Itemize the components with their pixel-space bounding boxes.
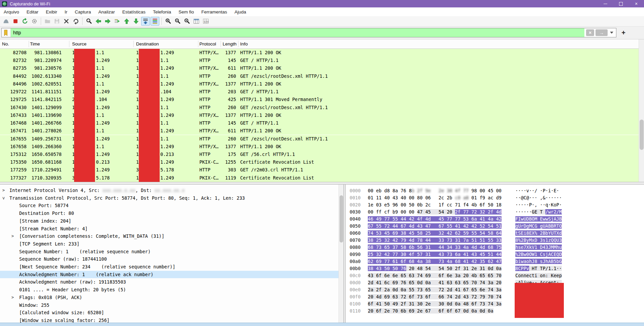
column-header-length[interactable]: Length bbox=[223, 39, 238, 48]
menu-ferramentas[interactable]: Ferramentas bbox=[198, 9, 231, 14]
packet-row-175312[interactable]: 1753121650.65057811.24910.213HTTP175GET … bbox=[0, 151, 639, 158]
detail-line[interactable]: Acknowledgment Number: 1 (relative ack n… bbox=[0, 271, 339, 279]
packet-row-82732[interactable]: 82732981.22097411.24911.1HTTP145GET / HT… bbox=[0, 57, 639, 64]
open-file-icon[interactable] bbox=[43, 17, 52, 26]
zoom-in-icon[interactable] bbox=[164, 17, 172, 26]
detail-line[interactable]: [Stream Packet Number: 4] bbox=[0, 225, 339, 233]
detail-line[interactable]: >Flags: 0x018 (PSH, ACK) bbox=[0, 294, 339, 301]
colorize-icon[interactable] bbox=[151, 17, 159, 26]
hex-ascii-right[interactable]: CsjACEQD bbox=[540, 251, 562, 258]
display-filter-input[interactable]: http bbox=[11, 28, 584, 37]
close-button[interactable]: × bbox=[629, 0, 644, 7]
detail-line[interactable]: >[Conversation completeness: Complete, W… bbox=[0, 232, 339, 240]
column-divider[interactable] bbox=[198, 41, 198, 47]
packet-row-177327[interactable]: 1773271710.32093535.17811.249PKIX-C…1119… bbox=[0, 174, 639, 182]
packet-row-167433[interactable]: 1674331401.13969011.111.249HTTP/X…1377HT… bbox=[0, 111, 639, 119]
hex-bytes-right[interactable]: 2e 38 4f 77 98 00 45 00 bbox=[439, 187, 502, 194]
zoom-reset-icon[interactable] bbox=[183, 17, 191, 26]
hex-bytes-right[interactable]: 44 34 33 4a 4d 4d 68 75 bbox=[439, 244, 502, 251]
hex-ascii-left[interactable]: 8CPPv HT bbox=[515, 265, 540, 272]
hex-bytes-left[interactable]: 00 ff cf b9 00 00 47 45 bbox=[368, 208, 439, 216]
packet-row-82735[interactable]: 82735981.23057611.111.249HTTP/X…611HTTP/… bbox=[0, 64, 639, 72]
hex-row-00c0[interactable]: 00c043 6f 6e 6e 65 63 74 69 6f 6e 3a 20 … bbox=[346, 272, 644, 279]
hex-bytes-right[interactable]: 54 20 2f 77 72 32 2f 4d bbox=[439, 208, 502, 216]
hex-row-0070[interactable]: 007038 25 32 42 79 4d 78 44 33 73 31 7a … bbox=[346, 237, 644, 244]
menu-exibir[interactable]: Exibir bbox=[42, 9, 61, 14]
hex-row-0040[interactable]: 004046 49 77 55 44 42 4f 4d 45 77 77 53 … bbox=[346, 216, 644, 223]
packet-row-167658[interactable]: 1676581409.26636011.111.249HTTP/X…1377HT… bbox=[0, 143, 639, 151]
hex-bytes-left[interactable]: 67 55 72 44 67 4d 43 47 bbox=[368, 223, 439, 230]
hex-row-0060[interactable]: 006074 53 45 69 38 45 58 25 32 42 62 59 … bbox=[346, 230, 644, 237]
hex-ascii-left[interactable]: biwaohJ8 bbox=[515, 258, 540, 265]
hex-bytes-left[interactable]: 68 73 65 37 58 6b 56 31 bbox=[368, 244, 439, 251]
packet-row-177259[interactable]: 1772591710.22949111.24935.178HTTP303GET … bbox=[0, 166, 639, 174]
packet-row-84492[interactable]: 844921002.61334011.24911.1HTTP260GET /ez… bbox=[0, 72, 639, 80]
hex-ascii-right[interactable]: TP/1.1·· bbox=[540, 265, 562, 272]
auto-scroll-icon[interactable] bbox=[141, 17, 150, 26]
hex-bytes-right[interactable]: 6f 6f 67 0d 0a 0d 0a bbox=[439, 307, 493, 315]
packet-row-129722[interactable]: 1297221141.81115111.2492.104HTTP203GET /… bbox=[0, 88, 639, 96]
packet-row-167655[interactable]: 1676551409.25673111.24911.1HTTP260GET /e… bbox=[0, 135, 639, 143]
hex-row-0010[interactable]: 001001 11 40 43 40 00 80 062c 2b c0 a8 0… bbox=[346, 194, 644, 201]
column-header-no-[interactable]: No. bbox=[2, 39, 26, 48]
hex-bytes-right[interactable]: 67 55 41 42 42 52 54 51 bbox=[439, 223, 502, 230]
hex-bytes-left[interactable]: 20 4d 69 63 72 6f 73 6f bbox=[368, 293, 439, 300]
detail-line[interactable]: [Window size scaling factor: 256] bbox=[0, 317, 339, 323]
find-packet-icon[interactable] bbox=[85, 17, 93, 26]
capture-restart-icon[interactable] bbox=[21, 17, 29, 26]
hex-ascii-left[interactable]: ······GE bbox=[515, 208, 540, 216]
save-file-icon[interactable] bbox=[53, 17, 61, 26]
hex-ascii-left[interactable]: gUrDgMCG bbox=[515, 223, 540, 230]
hex-bytes-left[interactable]: 25 32 42 77 30 4f 57 31 bbox=[368, 251, 439, 258]
hex-bytes-right[interactable]: 30 0d 0a 48 6f 73 74 3a bbox=[439, 300, 502, 307]
hex-ascii-left[interactable]: ··@C@··· bbox=[515, 194, 537, 201]
menu-ir[interactable]: Ir bbox=[61, 9, 71, 14]
columns-123-icon[interactable]: 123 bbox=[201, 17, 210, 26]
packet-row-129725[interactable]: 1297251141.8421152.10411.249HTTP425HTTP/… bbox=[0, 96, 639, 103]
filter-bookmark-icon[interactable] bbox=[2, 28, 11, 37]
detail-line[interactable]: [Calculated window size: 65280] bbox=[0, 309, 339, 317]
detail-line[interactable]: [Stream index: 204] bbox=[0, 217, 339, 225]
capture-stop-icon[interactable] bbox=[11, 17, 20, 26]
hex-ascii-right[interactable]: gUABBRTQ bbox=[540, 223, 562, 230]
hex-row-0090[interactable]: 009025 32 42 77 30 4f 57 31 43 73 6a 41 … bbox=[346, 251, 644, 258]
hex-bytes-left[interactable]: 74 53 45 69 38 45 58 25 bbox=[368, 230, 439, 237]
hex-ascii-right[interactable]: ,&······ bbox=[540, 194, 562, 201]
packet-row-167471[interactable]: 1674711401.27802611.111.249HTTP/X…611HTT… bbox=[0, 127, 639, 135]
hex-row-00b0[interactable]: 00b038 43 50 50 76 20 48 54 54 50 2f 31 … bbox=[346, 265, 644, 272]
hex-ascii-right[interactable]: on: Keep bbox=[540, 272, 562, 279]
capture-start-icon[interactable] bbox=[2, 17, 10, 26]
hex-bytes-left[interactable]: 1e 03 e5 96 00 50 0b 2c bbox=[368, 201, 431, 208]
detail-line[interactable]: 0101 .... = Header Length: 20 bytes (5) bbox=[0, 286, 339, 294]
hex-bytes-right[interactable]: 72 2d 41 67 65 6e 74 3a bbox=[439, 286, 502, 293]
hex-bytes-right[interactable]: 1f cc 71 f4 4b 6f 50 18 bbox=[439, 201, 502, 208]
detail-line[interactable]: Acknowledgment number (raw): 1911835503 bbox=[0, 278, 339, 286]
hex-bytes-right[interactable]: 43 73 6a 41 43 45 51 44 bbox=[439, 251, 502, 258]
hex-bytes-right[interactable]: 54 50 2f 31 2e 31 0d 0a bbox=[439, 265, 502, 272]
collapsed-arrow-icon[interactable]: > bbox=[11, 294, 14, 301]
minimize-button[interactable] bbox=[598, 0, 613, 7]
hex-bytes-right[interactable]: 73 4a 68 41 42 35 62 47 bbox=[439, 258, 502, 265]
hex-bytes-left[interactable]: 2d 41 6c 69 76 65 0d 0a bbox=[368, 279, 439, 286]
hex-bytes-left[interactable]: 38 25 32 42 79 4d 78 44 bbox=[368, 237, 439, 244]
menu-arquivo[interactable]: Arquivo bbox=[0, 9, 23, 14]
reload-file-icon[interactable] bbox=[71, 17, 80, 26]
previous-packet-icon[interactable] bbox=[94, 17, 103, 26]
hex-row-0110[interactable]: 011020 6f 2e 70 6b 69 2e 67 6f 6f 67 0d … bbox=[346, 307, 644, 315]
hex-bytes-left[interactable]: 01 11 40 43 40 00 80 06 bbox=[368, 194, 431, 201]
packet-row-167468[interactable]: 1674681401.26676611.24911.1HTTP145GET / … bbox=[0, 119, 639, 127]
display-filter-field[interactable]: http × → bbox=[1, 28, 616, 37]
resize-columns-icon[interactable] bbox=[192, 17, 201, 26]
menu-analizar[interactable]: Analizar bbox=[95, 9, 119, 14]
filter-clear-button[interactable]: × bbox=[586, 29, 594, 36]
packet-row-82708[interactable]: 82708981.13086111.111.249HTTP/X…1377HTTP… bbox=[0, 49, 639, 57]
hex-ascii-left[interactable]: tSEi8EX% bbox=[515, 230, 540, 237]
packet-row-175350[interactable]: 1753501650.68116810.21311.249PKIX-C…1255… bbox=[0, 158, 639, 166]
details-scrollbar[interactable] bbox=[339, 185, 344, 323]
filter-add-button[interactable]: + bbox=[620, 29, 627, 37]
column-divider[interactable] bbox=[238, 41, 238, 47]
maximize-button[interactable] bbox=[613, 0, 629, 7]
next-packet-icon[interactable] bbox=[103, 17, 112, 26]
hex-row-00e0[interactable]: 00e02a 2f 2a 0d 0a 55 73 65 72 2d 41 67 … bbox=[346, 286, 644, 293]
hex-row-0050[interactable]: 005067 55 72 44 67 4d 43 47 67 55 41 42 … bbox=[346, 223, 644, 230]
